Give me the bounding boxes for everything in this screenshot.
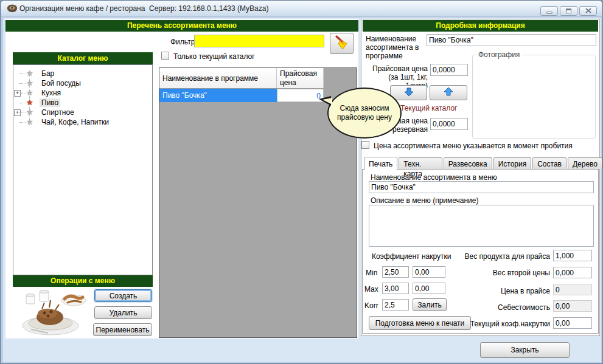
min-input-2[interactable] bbox=[413, 266, 445, 278]
move-down-button[interactable] bbox=[390, 85, 427, 100]
grid-header: Наименование в программе Прайсовая цена bbox=[159, 68, 324, 89]
weight2-input[interactable] bbox=[553, 267, 592, 278]
close-icon bbox=[585, 7, 591, 15]
markup-label: Коэффициент накрутки bbox=[372, 252, 451, 261]
description-textarea[interactable] bbox=[369, 205, 594, 247]
maximize-icon bbox=[566, 9, 571, 13]
food-photo bbox=[13, 287, 94, 338]
current-markup-input[interactable] bbox=[553, 317, 592, 329]
only-current-catalog-label: Только текущий каталог bbox=[173, 52, 255, 61]
app-icon bbox=[7, 4, 18, 15]
reserve-price-input[interactable] bbox=[430, 118, 468, 130]
photo-group: Фотография bbox=[472, 50, 596, 139]
cell-price[interactable]: 0 bbox=[277, 89, 324, 102]
filter-input[interactable] bbox=[194, 35, 324, 47]
tree-item-label: Бар bbox=[40, 69, 56, 78]
tree-item-label: Кухня bbox=[40, 89, 63, 97]
tree-item-chай-kofe[interactable]: ★ Чай, Кофе, Напитки bbox=[13, 117, 152, 127]
cost-value bbox=[553, 300, 592, 312]
current-catalog-label: Текущий каталог bbox=[400, 104, 457, 112]
close-button[interactable] bbox=[579, 6, 597, 16]
move-up-button[interactable] bbox=[430, 85, 467, 100]
close-window-button[interactable]: Закрыть bbox=[480, 342, 570, 358]
price-in-list-label: Цена в прайсе bbox=[475, 287, 550, 295]
delete-button[interactable]: Удалить bbox=[94, 306, 152, 319]
catalog-tree[interactable]: ★ Бар ★ Бой посуды + ★ Кухня ★ Пиво + ★ … bbox=[13, 64, 153, 275]
current-markup-label: Текущий коэф.накрутки bbox=[454, 320, 550, 328]
table-row[interactable]: Пиво "Бочка" 0 bbox=[159, 89, 324, 102]
weight-input[interactable] bbox=[553, 250, 592, 261]
korr-input[interactable] bbox=[382, 299, 409, 311]
tab-history[interactable]: История bbox=[493, 157, 532, 169]
minimize-button[interactable] bbox=[540, 6, 558, 16]
tree-item-label: Чай, Кофе, Напитки bbox=[40, 118, 111, 126]
detail-tabs: Печать Техн. карта Развесовка История Со… bbox=[364, 157, 602, 169]
tab-tree[interactable]: Дерево bbox=[568, 157, 602, 169]
menu-name-label: Наименование ассортимента в меню bbox=[371, 173, 497, 182]
callout-text: Сюда заносим прайсовую цену bbox=[334, 104, 395, 122]
tab-composition[interactable]: Состав bbox=[532, 157, 566, 169]
broom-icon bbox=[334, 35, 350, 52]
tree-item-spirtnoe[interactable]: + ★ Спиртное bbox=[13, 108, 152, 117]
star-icon: ★ bbox=[26, 88, 33, 98]
cell-name[interactable]: Пиво "Бочка" bbox=[159, 89, 277, 102]
arrow-down-icon bbox=[404, 87, 414, 98]
price-in-list-value bbox=[553, 284, 592, 295]
clear-filter-button[interactable] bbox=[330, 33, 354, 54]
maximize-button[interactable] bbox=[560, 6, 577, 16]
filter-label: Фильтр bbox=[170, 38, 195, 46]
max-input-2[interactable] bbox=[413, 283, 445, 294]
weight-label: Вес продукта для прайса bbox=[451, 252, 550, 261]
tree-item-bar[interactable]: ★ Бар bbox=[13, 69, 152, 78]
star-icon: ★ bbox=[26, 108, 33, 117]
fill-button[interactable]: Залить bbox=[413, 298, 447, 311]
minimize-icon bbox=[546, 12, 552, 14]
titlebar[interactable]: Организация меню кафе / ресторана Сервер… bbox=[1, 1, 602, 17]
min-label: Min bbox=[366, 269, 377, 277]
max-label: Max bbox=[364, 285, 378, 294]
tree-item-boy-posudy[interactable]: ★ Бой посуды bbox=[13, 78, 152, 88]
callout-bubble: Сюда заносим прайсовую цену bbox=[327, 88, 402, 139]
only-current-catalog-checkbox[interactable] bbox=[161, 52, 169, 60]
tree-item-label: Спиртное bbox=[40, 108, 76, 117]
program-name-label: Наименование ассортимента в программе bbox=[366, 35, 427, 60]
column-header-price[interactable]: Прайсовая цена bbox=[277, 68, 324, 88]
tree-item-label: Бой посуды bbox=[40, 79, 83, 88]
column-header-name[interactable]: Наименование в программе bbox=[159, 68, 277, 88]
tree-item-kuhnya[interactable]: + ★ Кухня bbox=[13, 88, 152, 98]
tree-item-label: Пиво bbox=[40, 98, 60, 107]
price-at-sale-checkbox[interactable] bbox=[361, 141, 369, 149]
assortment-header: Перечень ассортимента меню bbox=[5, 20, 358, 32]
photo-group-label: Фотография bbox=[476, 50, 521, 59]
star-icon: ★ bbox=[26, 117, 33, 127]
program-name-input[interactable] bbox=[427, 34, 596, 46]
window-title: Организация меню кафе / ресторана Сервер… bbox=[19, 4, 268, 13]
max-input-1[interactable] bbox=[382, 283, 409, 294]
star-icon-selected: ★ bbox=[26, 98, 33, 108]
star-icon: ★ bbox=[26, 69, 33, 78]
menu-name-input[interactable] bbox=[369, 181, 594, 193]
create-button[interactable]: Создать bbox=[94, 289, 152, 302]
korr-label: Korr bbox=[364, 301, 378, 310]
description-label: Описание в меню (примечание) bbox=[371, 196, 478, 205]
min-input-1[interactable] bbox=[382, 266, 409, 278]
weight2-label: Вес второй цены bbox=[463, 269, 550, 277]
price-at-sale-label: Цена ассортимента меню указывается в мом… bbox=[374, 142, 573, 150]
tab-print[interactable]: Печать bbox=[364, 157, 397, 170]
tab-tech-card[interactable]: Техн. карта bbox=[399, 157, 442, 169]
price-input[interactable] bbox=[430, 64, 468, 76]
arrow-up-icon bbox=[444, 87, 453, 98]
cost-label: Себестоимость bbox=[475, 303, 550, 312]
star-icon: ★ bbox=[26, 78, 33, 88]
app-window: Организация меню кафе / ресторана Сервер… bbox=[0, 0, 603, 364]
window-controls bbox=[540, 6, 597, 16]
operations-header: Операции с меню bbox=[13, 275, 153, 287]
tab-portioning[interactable]: Развесовка bbox=[444, 157, 492, 169]
details-header: Подробная информация bbox=[363, 20, 598, 32]
tree-item-pivo[interactable]: ★ Пиво bbox=[13, 98, 152, 108]
catalog-header: Каталог меню bbox=[13, 52, 153, 64]
rename-button[interactable]: Переименовать bbox=[93, 323, 152, 336]
